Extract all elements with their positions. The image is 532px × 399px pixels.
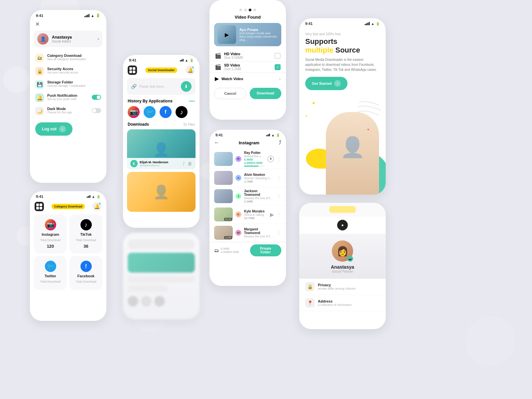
history-twitter-icon[interactable]: 🐦 [144,106,156,118]
profile-role: Social Planner [305,270,380,273]
time-category: 9:41 [36,195,43,199]
share-action-icon[interactable]: ⤴ [183,161,185,166]
notification-toggle[interactable] [92,95,101,100]
promo-title-bold: Source [335,46,360,54]
hd-size: Size 9.56MB [224,56,243,60]
menu-sub-darkmode: Theme for this app [47,111,72,114]
insta-thumb-1 [214,152,233,166]
quality-row-hd[interactable]: 🎬 HD Video Size 9.56MB [209,50,286,62]
promo-title-accent: multiple [305,46,333,54]
insta-item-1[interactable]: R Ray Potter Behind the scene from... 6.… [209,149,286,169]
watch-video-row[interactable]: ▶ Watch Video › [209,73,286,84]
profile-menu-address[interactable]: 📍 Address a collection of information [299,295,386,311]
history-facebook-icon[interactable]: f [160,106,172,118]
more-icon-1[interactable]: ⋮ [277,156,281,162]
close-button[interactable]: ✕ [35,21,40,27]
insta-item-4[interactable]: 31:15 K Kyle Morales Africa is calling 1… [209,205,286,224]
profile-play-button[interactable]: ● [337,220,348,230]
app-card-twitter[interactable]: 🐦 Twitter Total Download [34,256,67,290]
app-card-instagram[interactable]: 📷 Instagram Total Download 120 [34,214,67,253]
insta-info-2: Alvin Newton Women Standing on focus... … [244,173,274,183]
promo-content: Very fast and 100% free Supports multipl… [299,27,386,95]
paste-link-bar[interactable]: 🔗 Paste link here... ⬇ [127,78,196,95]
play-icon-4[interactable]: ▶ [270,211,274,218]
grid-menu-icon[interactable] [35,202,44,211]
history-tiktok-icon[interactable]: ♪ [176,106,188,118]
menu-item-notification[interactable]: 🔔 Push Notification Set up your push not… [30,91,106,104]
category-icon: 🗂 [35,54,44,62]
insta-desc-2: Women Standing on focus... [244,177,274,180]
quality-left-sd: 🎬 SD Video Size 2.2MB [215,63,241,71]
private-folder-button[interactable]: Private Folder [250,244,281,256]
status-bar-category: 9:41 ▲ 🔋 [30,191,106,200]
app-card-tiktok[interactable]: ♪ TikTok Total Download 36 [69,214,102,253]
more-icon-5[interactable]: ⋮ [277,230,281,235]
more-icon-3[interactable]: ⋮ [277,194,281,199]
watch-arrow-icon: › [279,76,281,81]
dot-4 [253,9,256,11]
dl-grid-icon[interactable] [128,66,137,75]
phone-settings: 9:41 ▲ 🔋 ✕ 👤 Anastasya Social Addict ▾ 🗂… [30,10,106,183]
menu-item-category[interactable]: 🗂 Category Download See all category dow… [30,51,106,65]
back-button[interactable]: ← [214,140,219,146]
insta-info-5: Margaret Townsend Beware the lure of fre… [244,227,274,238]
user-profile-row[interactable]: 👤 Anastasya Social Addict ▾ [34,31,102,47]
get-started-button[interactable]: Get Started › [305,77,347,90]
dot-3 [249,9,251,11]
insta-thumb-5: 11:08 [214,226,233,240]
twitter-name: Twitter [45,274,56,278]
more-icon-2[interactable]: ⋮ [277,175,281,181]
video-found-title: Video Found [209,15,286,23]
download-action-button[interactable]: ⬇ [181,81,192,92]
pause-button-1[interactable]: ⏸ [267,156,274,162]
more-icon-4[interactable]: ⋮ [277,212,281,217]
user-role: Social Addict [52,40,72,43]
media-card-1: 👤 E Elijah M. Henderson @elijahenderson … [127,129,196,169]
notification-icon: 🔔 [35,93,44,102]
quality-row-sd[interactable]: 🎬 SD Video Size 2.2MB ✓ [209,62,286,73]
menu-sub-category: See all category downloaded [47,58,86,61]
sd-checkbox[interactable]: ✓ [275,64,281,70]
insta-item-3[interactable]: J Jackson Townsend Beware the lure of fr… [209,187,286,205]
menu-sub-storage: Internal storage / Dowloaded [47,84,85,87]
insta-info-1: Ray Potter Behind the scene from... 6.9M… [244,151,265,167]
status-icons-dl: ▲ 🔋 [180,59,194,62]
notification-button[interactable]: 🔔 3 [92,202,102,211]
insta-item-2[interactable]: A Alvin Newton Women Standing on focus..… [209,169,286,187]
status-icons-insta: ▲ 🔋 [266,133,280,137]
camera-icon[interactable]: 📷 [347,256,353,262]
app-card-facebook[interactable]: f Facebook Total Download [69,256,102,290]
menu-item-security[interactable]: 🔒 Security Acces Set your security acces [30,65,106,78]
video-thumbnail: ▶ [217,25,236,44]
get-started-label: Get Started [312,81,332,85]
menu-item-darkmode[interactable]: 🌙 Dark Mode Theme for this app [30,104,106,118]
instagram-share-icon[interactable]: ⤴ [279,140,281,146]
dl-notif-button[interactable]: 🔔 6 [186,66,195,75]
darkmode-icon: 🌙 [35,107,44,115]
insta-thumb-4: 31:15 [214,207,233,221]
insta-item-5[interactable]: 11:08 M Margaret Townsend Beware the lur… [209,224,286,242]
time-promo: 9:41 [305,22,313,26]
phone-video: Video Found ▶ Ayu Puspa Duh kangen musik… [209,0,286,120]
insta-size-1: 6.9MB 4.6MB/9.9MB [244,158,265,165]
hd-checkbox[interactable] [275,53,281,59]
promo-title-line1: Supports [305,37,380,46]
darkmode-toggle[interactable] [92,108,101,113]
phone-promo: 9:41 ▲ 🔋 Very fast and 100% free Support… [299,18,386,195]
delete-action-icon[interactable]: 🗑 [188,161,192,166]
status-bar-dl: 9:41 ▲ 🔋 [123,55,200,64]
insta-user-avatar-2: A [235,175,241,181]
download-button[interactable]: Download [250,88,281,99]
profile-menu-privacy[interactable]: 🔒 Privacy private differ among cultures [299,279,386,295]
menu-item-storage[interactable]: 💾 Storage Folder Internal storage / Dowl… [30,78,106,91]
history-instagram-icon[interactable]: 📷 [128,106,140,118]
chevron-icon: ▾ [97,37,99,41]
dot-deco-3 [367,129,369,130]
paste-placeholder: Paste link here... [139,84,178,88]
status-icons: ▲ 🔋 [84,13,100,18]
status-bar-promo: 9:41 ▲ 🔋 [299,18,386,27]
privacy-icon: 🔒 [305,282,315,291]
logout-button[interactable]: Log out › [35,122,72,136]
phone-category: 9:41 ▲ 🔋 Category Download 🔔 3 📷 Instagr… [30,191,106,321]
cancel-button[interactable]: Cancel [214,88,246,99]
